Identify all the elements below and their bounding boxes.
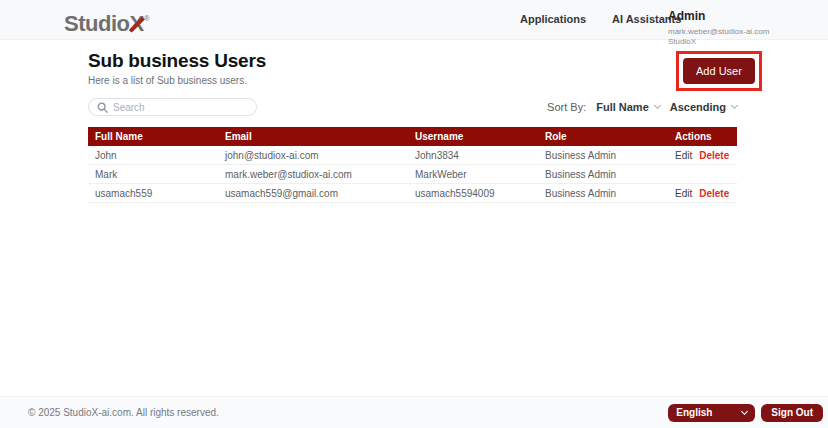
- column-header-email: Email: [218, 131, 408, 142]
- chevron-down-icon: [741, 407, 748, 414]
- sort-direction-value: Ascending: [670, 101, 726, 113]
- table-row: Johnjohn@studiox-ai.comJohn3834Business …: [88, 146, 737, 165]
- cell-username: MarkWeber: [408, 169, 538, 180]
- table-row: Markmark.weber@studiox-ai.comMarkWeberBu…: [88, 165, 737, 184]
- cell-email: mark.weber@studiox-ai.com: [218, 169, 408, 180]
- action-highlight-box: Add User: [676, 51, 762, 91]
- cell-full-name: John: [88, 150, 218, 161]
- search-input[interactable]: [113, 102, 248, 113]
- column-header-actions: Actions: [668, 131, 737, 142]
- cell-role: Business Admin: [538, 169, 668, 180]
- sort-direction-dropdown[interactable]: Ascending: [670, 101, 737, 113]
- table-body: Johnjohn@studiox-ai.comJohn3834Business …: [88, 146, 737, 203]
- cell-email: john@studiox-ai.com: [218, 150, 408, 161]
- cell-username: usamach5594009: [408, 188, 538, 199]
- sign-out-button[interactable]: Sign Out: [761, 404, 823, 422]
- list-controls: Sort By: Full Name Ascending: [88, 98, 737, 116]
- sort-field-dropdown[interactable]: Full Name: [596, 101, 660, 113]
- cell-full-name: Mark: [88, 169, 218, 180]
- logo-text: Studio: [64, 11, 129, 36]
- footer-actions: English Sign Out: [668, 404, 823, 422]
- edit-link[interactable]: Edit: [675, 150, 692, 161]
- search-icon: [97, 102, 108, 113]
- cell-username: John3834: [408, 150, 538, 161]
- delete-link[interactable]: Delete: [699, 150, 729, 161]
- cell-full-name: usamach559: [88, 188, 218, 199]
- table-row: usamach559usamach559@gmail.comusamach559…: [88, 184, 737, 203]
- table-header-row: Full NameEmailUsernameRoleActions: [88, 127, 737, 146]
- copyright-text: © 2025 StudioX-ai.com. All rights reserv…: [28, 407, 219, 418]
- search-box[interactable]: [88, 98, 257, 116]
- cell-actions: EditDelete: [668, 150, 737, 161]
- language-value: English: [676, 407, 712, 418]
- sort-by-label: Sort By:: [547, 101, 586, 113]
- user-name: Admin: [668, 10, 769, 24]
- main-content: Sub business Users Here is a list of Sub…: [0, 40, 828, 203]
- sort-field-value: Full Name: [596, 101, 649, 113]
- edit-link[interactable]: Edit: [675, 188, 692, 199]
- cell-email: usamach559@gmail.com: [218, 188, 408, 199]
- cell-role: Business Admin: [538, 150, 668, 161]
- cell-actions: EditDelete: [668, 188, 737, 199]
- column-header-username: Username: [408, 131, 538, 142]
- nav-item-applications[interactable]: Applications: [520, 13, 586, 25]
- studiox-logo[interactable]: StudioX®: [64, 7, 149, 36]
- users-table: Full NameEmailUsernameRoleActions Johnjo…: [88, 127, 737, 203]
- column-header-full-name: Full Name: [88, 131, 218, 142]
- top-header: StudioX® ApplicationsAI Assistants Admin…: [0, 0, 828, 40]
- chevron-down-icon: [654, 102, 661, 109]
- logo-x-mark: X: [129, 12, 143, 36]
- delete-link[interactable]: Delete: [699, 188, 729, 199]
- cell-role: Business Admin: [538, 188, 668, 199]
- sort-controls: Sort By: Full Name Ascending: [547, 101, 737, 113]
- column-header-role: Role: [538, 131, 668, 142]
- chevron-down-icon: [731, 102, 738, 109]
- app-footer: © 2025 StudioX-ai.com. All rights reserv…: [0, 396, 828, 428]
- language-select[interactable]: English: [668, 404, 755, 422]
- user-email: mark.weber@studiox-ai.com: [668, 27, 769, 36]
- add-user-button[interactable]: Add User: [683, 58, 755, 84]
- main-nav: ApplicationsAI Assistants: [520, 13, 681, 25]
